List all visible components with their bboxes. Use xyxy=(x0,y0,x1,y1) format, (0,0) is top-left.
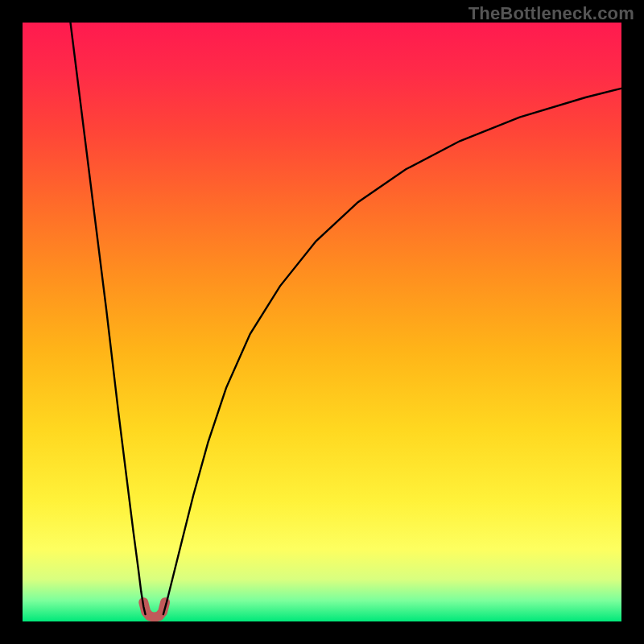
bottleneck-curve-chart xyxy=(23,23,621,621)
heat-gradient-background xyxy=(23,23,621,621)
watermark-text: TheBottleneck.com xyxy=(469,3,634,24)
chart-frame: TheBottleneck.com xyxy=(0,0,644,644)
plot-area xyxy=(23,23,621,621)
